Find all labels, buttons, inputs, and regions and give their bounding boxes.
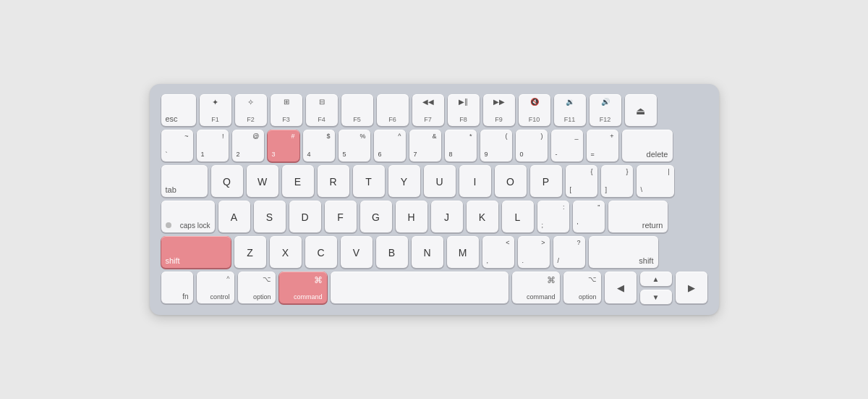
key-z[interactable]: Z [234, 236, 266, 268]
key-f1[interactable]: ✦ F1 [200, 94, 231, 126]
f10-icon: 🔇 [523, 98, 546, 106]
x-label: X [282, 248, 289, 258]
key-b[interactable]: B [376, 236, 408, 268]
key-i[interactable]: I [459, 165, 491, 197]
key-c[interactable]: C [305, 236, 337, 268]
key-w[interactable]: W [247, 165, 278, 197]
t-label: T [365, 177, 372, 187]
key-tilde[interactable]: ~ ` [161, 130, 193, 161]
key-arrow-down[interactable]: ▼ [640, 290, 672, 304]
key-q[interactable]: Q [211, 165, 243, 197]
key-option-left[interactable]: ⌥ option [238, 272, 276, 303]
key-9[interactable]: ( 9 [480, 130, 512, 161]
row-asdf: caps lock A S D F G H J K L : ; [161, 201, 707, 232]
key-tab[interactable]: tab [161, 165, 208, 197]
key-minus[interactable]: _ - [551, 130, 583, 161]
f10-label: F10 [523, 117, 546, 123]
key-delete[interactable]: delete [622, 130, 673, 161]
key-comma[interactable]: < , [482, 236, 514, 268]
c-label: C [317, 248, 324, 258]
key-bracket-r[interactable]: } ] [601, 165, 633, 197]
key-o[interactable]: O [495, 165, 527, 197]
key-0[interactable]: ) 0 [516, 130, 548, 161]
key-8[interactable]: * 8 [445, 130, 477, 161]
key-5[interactable]: % 5 [339, 130, 370, 161]
key-f4[interactable]: ⊟ F4 [306, 94, 338, 126]
key-t[interactable]: T [353, 165, 385, 197]
key-command-right[interactable]: ⌘ command [512, 272, 560, 303]
key-f[interactable]: F [325, 201, 357, 232]
key-h[interactable]: H [396, 201, 427, 232]
command-left-top: ⌘ [314, 275, 323, 285]
esc-label: esc [166, 115, 178, 123]
key-arrow-up[interactable]: ▲ [640, 272, 672, 286]
key-u[interactable]: U [424, 165, 456, 197]
key-f10[interactable]: 🔇 F10 [519, 94, 550, 126]
key-f7[interactable]: ◀◀ F7 [412, 94, 444, 126]
key-fn[interactable]: fn [161, 272, 193, 303]
key-l[interactable]: L [502, 201, 534, 232]
key-f8[interactable]: ▶‖ F8 [448, 94, 480, 126]
9-bottom: 9 [485, 151, 488, 159]
key-semicolon[interactable]: : ; [537, 201, 569, 232]
key-f3[interactable]: ⊞ F3 [271, 94, 302, 126]
key-f9[interactable]: ▶▶ F9 [483, 94, 515, 126]
key-j[interactable]: J [431, 201, 463, 232]
option-right-top: ⌥ [588, 275, 597, 283]
key-e[interactable]: E [282, 165, 314, 197]
key-2[interactable]: @ 2 [232, 130, 264, 161]
key-m[interactable]: M [447, 236, 479, 268]
key-arrow-left[interactable]: ◀ [605, 272, 637, 303]
key-bracket-l[interactable]: { [ [566, 165, 597, 197]
key-esc[interactable]: esc [161, 94, 196, 126]
key-return[interactable]: return [608, 201, 668, 232]
key-n[interactable]: N [412, 236, 443, 268]
key-shift-right[interactable]: shift [589, 236, 658, 268]
key-f12[interactable]: 🔊 F12 [590, 94, 621, 126]
key-f6[interactable]: F6 [377, 94, 409, 126]
key-4[interactable]: $ 4 [303, 130, 335, 161]
key-p[interactable]: P [530, 165, 562, 197]
key-6[interactable]: ^ 6 [374, 130, 406, 161]
key-f5[interactable]: F5 [341, 94, 373, 126]
key-caps-lock[interactable]: caps lock [161, 201, 215, 232]
key-control[interactable]: ^ control [197, 272, 234, 303]
arrow-up-icon: ▲ [652, 275, 660, 283]
key-v[interactable]: V [341, 236, 373, 268]
f12-label: F12 [594, 117, 617, 123]
5-top: % [343, 133, 366, 140]
key-s[interactable]: S [254, 201, 286, 232]
command-left-label: command [294, 293, 323, 301]
key-d[interactable]: D [289, 201, 321, 232]
key-command-left[interactable]: ⌘ command [279, 272, 327, 303]
key-3[interactable]: # 3 [268, 130, 299, 161]
row-zxcv: shift Z X C V B N M < , > . [161, 236, 707, 268]
key-arrow-right[interactable]: ▶ [676, 272, 707, 303]
key-eject[interactable]: ⏏ [625, 94, 657, 126]
row-qwerty: tab Q W E R T Y U I O P [161, 165, 707, 197]
f4-icon: ⊟ [310, 98, 333, 106]
key-7[interactable]: & 7 [409, 130, 441, 161]
key-y[interactable]: Y [388, 165, 420, 197]
key-space[interactable] [331, 272, 509, 303]
2-top: @ [237, 133, 260, 140]
l-label: L [515, 212, 521, 222]
key-slash[interactable]: ? / [553, 236, 585, 268]
key-r[interactable]: R [318, 165, 349, 197]
key-k[interactable]: K [467, 201, 498, 232]
f4-label: F4 [310, 117, 333, 123]
key-shift-left[interactable]: shift [161, 236, 231, 268]
key-x[interactable]: X [270, 236, 302, 268]
eject-icon: ⏏ [629, 105, 652, 117]
key-a[interactable]: A [218, 201, 250, 232]
key-f2[interactable]: ✧ F2 [235, 94, 267, 126]
key-g[interactable]: G [360, 201, 392, 232]
key-period[interactable]: > . [518, 236, 550, 268]
key-equals[interactable]: + = [587, 130, 618, 161]
key-backslash[interactable]: | \ [637, 165, 674, 197]
command-right-label: command [527, 293, 556, 301]
key-option-right[interactable]: ⌥ option [563, 272, 601, 303]
key-f11[interactable]: 🔉 F11 [554, 94, 586, 126]
key-quote[interactable]: " ' [573, 201, 605, 232]
key-1[interactable]: ! 1 [197, 130, 229, 161]
